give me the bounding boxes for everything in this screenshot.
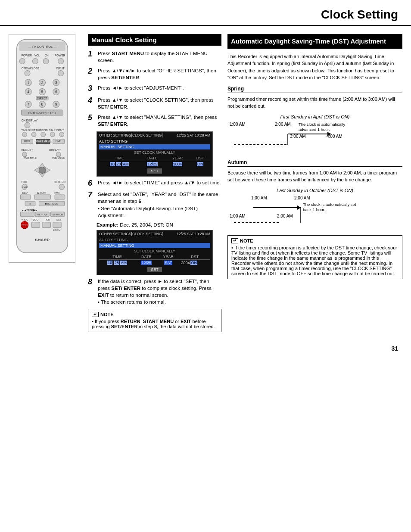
main-content: — TV CONTROL — POWER VOL CH POWER OPEN/C… [0, 26, 411, 341]
svg-text:3: 3 [55, 81, 57, 85]
svg-text:DVD TITLE: DVD TITLE [23, 157, 36, 159]
svg-text:4: 4 [27, 90, 29, 94]
svg-text:ENTER/VCR PLUS+: ENTER/VCR PLUS+ [28, 112, 56, 115]
manual-note-title: NOTE [100, 312, 114, 317]
svg-text:DIRECT: DIRECT [37, 97, 47, 100]
screen-time-h: 10 [110, 162, 115, 166]
svg-text:POWER: POWER [55, 54, 65, 57]
autumn-note: Because there will be two time frames fr… [227, 169, 402, 184]
screen-table-data-row-2: 10 28 AM 12/25 SAT 2004 ON [99, 259, 210, 266]
remote-svg: — TV CONTROL — POWER VOL CH POWER OPEN/C… [12, 37, 72, 260]
step-5-text: Press ▲/▼ to select "MANUAL SETTING", th… [98, 114, 221, 128]
svg-rect-91 [42, 222, 50, 228]
screen-set-button-1: SET [147, 168, 162, 174]
left-column: — TV CONTROL — POWER VOL CH POWER OPEN/C… [9, 34, 82, 332]
remote-image: — TV CONTROL — POWER VOL CH POWER OPEN/C… [9, 34, 75, 263]
svg-text:POWER: POWER [21, 54, 32, 57]
svg-point-54 [56, 152, 61, 157]
svg-text:OPEN/CLOSE: OPEN/CLOSE [21, 67, 40, 70]
svg-rect-78 [20, 212, 34, 217]
screen2-time-m: 28 [114, 261, 119, 265]
screen-table-data-row-1: 10 28 AM 12/25 2004 ON [99, 161, 210, 167]
svg-text:2: 2 [41, 81, 43, 85]
svg-text:ZOOM: ZOOM [53, 229, 60, 231]
svg-text:SEARCH: SEARCH [52, 213, 63, 216]
screen-table-2: TIME DATE YEAR DST 10 28 AM 12/25 SAT [99, 254, 210, 266]
autumn-time-2am-bot: 2:00 AM [277, 214, 293, 218]
svg-text:REV: REV [22, 192, 27, 194]
manual-note-header: ↵ NOTE [92, 312, 218, 317]
screen-mockup-2: OTHER SETTINGS[CLOCK SETTING] 12/25 SAT … [97, 230, 213, 275]
svg-text:8: 8 [41, 102, 43, 106]
manual-section-title: Manual Clock Setting [88, 34, 221, 46]
svg-point-43 [50, 132, 55, 137]
step-7: 7 Select and set "DATE", "YEAR" and "DST… [88, 191, 221, 218]
screen-th-year-2: YEAR [157, 254, 179, 260]
screen-table-1: TIME DATE YEAR DST 10 28 AM 12/25 [99, 156, 210, 167]
step-4-number: 4 [88, 96, 96, 105]
svg-text:HDD: HDD [24, 140, 30, 143]
svg-text:FWD: FWD [53, 192, 59, 194]
svg-rect-92 [53, 222, 61, 228]
step-3-number: 3 [88, 84, 96, 93]
dst-note-header: ↵ NOTE [231, 238, 399, 243]
svg-text:SKP: SKP [29, 209, 34, 212]
screen-date-val: 12/25 [147, 162, 158, 166]
step-2-text: Press ▲/▼/◄/► to select "OTHER SETTINGS"… [98, 67, 221, 81]
svg-point-10 [58, 59, 63, 64]
svg-rect-90 [31, 222, 40, 228]
screen-header-left-2: OTHER SETTINGS[CLOCK SETTING] [99, 232, 163, 236]
spring-title: Spring [227, 86, 402, 93]
screen-time-ampm: AM [122, 162, 129, 166]
svg-point-41 [31, 132, 36, 137]
screen-th-date: DATE [140, 156, 165, 161]
step-8-text: If the data is correct, press ► to selec… [98, 278, 221, 305]
step-4: 4 Press ▲/▼ to select "CLOCK SETTING", t… [88, 96, 221, 110]
svg-text:SHARP: SHARP [35, 237, 50, 242]
dst-note-title: NOTE [240, 238, 253, 243]
step-2: 2 Press ▲/▼/◄/► to select "OTHER SETTING… [88, 67, 221, 81]
screen2-year: 2004 [181, 261, 190, 265]
svg-rect-70 [20, 195, 31, 199]
screen-header-right-1: 12/25 SAT 10:28 AM [177, 133, 210, 137]
page-number: 31 [0, 341, 411, 356]
screen-set-button-2: SET [147, 267, 162, 272]
svg-point-42 [40, 132, 45, 137]
screen-td-year: 2004 [165, 161, 190, 167]
step-4-text: Press ▲/▼ to select "CLOCK SETTING", the… [98, 96, 221, 110]
step-6-text: Press ◄/► to select "TIME" and press ▲/▼… [98, 179, 221, 186]
autumn-time-1am-bot: 1:00 AM [230, 214, 246, 218]
step-7-number: 7 [88, 191, 96, 199]
autumn-time-1am-top: 1:00 AM [251, 196, 267, 200]
screen-set-btn-1-container: SET [99, 167, 210, 175]
screen-year-val: 2004 [173, 162, 182, 166]
page-number-value: 31 [391, 345, 398, 352]
screen-td-date-2: 12/25 [135, 259, 157, 266]
screen-auto-setting: AUTO SETTING [99, 138, 210, 144]
screen-th-time-2: TIME [99, 254, 135, 260]
screen-set-btn-2-container: SET [99, 266, 210, 274]
step-3: 3 Press ◄/► to select "ADJUST-MENT". [88, 84, 221, 93]
dst-section-title: Automatic Daylight Saving-Time (DST) Adj… [227, 34, 402, 49]
screen-dst-val: ON [197, 162, 204, 166]
svg-text:REPLAY: REPLAY [37, 213, 47, 216]
step-3-text: Press ◄/► to select "ADJUST-MENT". [98, 84, 184, 91]
screen-header-left-1: OTHER SETTINGS[CLOCK SETTING] [99, 133, 163, 137]
page-header: Clock Setting [0, 0, 411, 26]
autumn-time-2am-top: 2:00 AM [294, 196, 310, 200]
screen2-time-ampm: AM [120, 261, 127, 265]
svg-text:CH: CH [44, 54, 49, 57]
screen-time-m: 28 [116, 162, 121, 166]
screen-td-dst: ON [190, 161, 210, 167]
svg-text:5: 5 [41, 90, 43, 94]
step-8: 8 If the data is correct, press ► to sel… [88, 278, 221, 305]
svg-text:— TV CONTROL —: — TV CONTROL — [28, 45, 57, 49]
svg-text:REC LIST: REC LIST [21, 149, 33, 151]
dst-body-text: This Recorder is equipped with an intern… [227, 53, 402, 81]
svg-text:6: 6 [55, 90, 57, 94]
svg-text:ZOO: ZOO [33, 218, 38, 221]
screen-th-dst: DST [190, 156, 210, 161]
manual-note-text: • If you press RETURN, START MENU or EXI… [92, 319, 218, 329]
svg-marker-100 [297, 205, 301, 210]
screen-table-header-row-2: TIME DATE YEAR DST [99, 254, 210, 260]
